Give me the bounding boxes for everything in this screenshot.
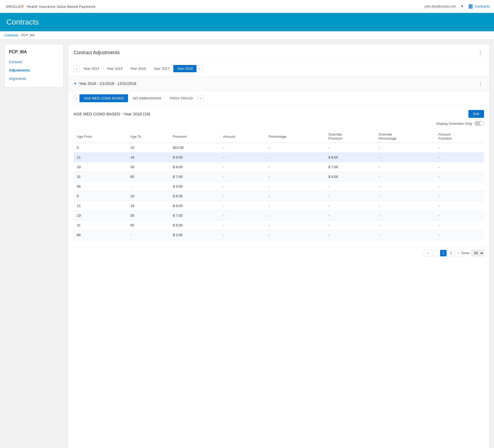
display-overrides-label: Display Overrides Only	[436, 122, 472, 126]
contracts-nav-btn[interactable]: Contracts	[468, 4, 490, 9]
cell-age-from: 66	[74, 230, 127, 240]
display-overrides-row: Display Overrides Only	[74, 121, 484, 126]
dim-tab-age-med-cond[interactable]: AGE MED COND BASED	[80, 94, 128, 102]
dim-prev-btn[interactable]: ‹	[74, 95, 80, 102]
cell-override-percentage: -	[375, 143, 435, 153]
col-amount-function: AmountFunction	[435, 130, 484, 143]
cell-override-premium: -	[325, 201, 375, 211]
table-row: 3165$ 6.00-----	[74, 220, 484, 230]
cell-percentage: -	[265, 191, 325, 201]
cell-premium: $ 8.00	[170, 162, 220, 172]
cell-override-percentage: -	[375, 153, 435, 162]
cell-percentage: -	[265, 153, 325, 162]
cell-premium: $ 9.00	[170, 153, 220, 162]
cell-amount: -	[220, 191, 265, 201]
cell-override-premium: -	[325, 211, 375, 220]
cell-percentage: -	[265, 143, 325, 153]
cell-override-premium: $ 6.00	[325, 172, 375, 182]
cell-age-to: 65	[127, 172, 170, 182]
cell-amount: -	[220, 172, 265, 182]
cell-age-to: 10	[127, 191, 170, 201]
table-row: 010$ 9.00-----	[74, 191, 484, 201]
cell-age-from: 66	[74, 182, 127, 191]
pagination-row: ≪ ‹ 1 2 › Show 10 25 50	[68, 246, 489, 260]
breadcrumb: Contracts - PCP_MA	[0, 31, 494, 40]
cell-amount-function: -	[435, 211, 484, 220]
col-premium: Premium	[170, 130, 220, 143]
section-header: Contract Adjustments ⋮	[68, 44, 489, 61]
cell-amount-function: -	[435, 191, 484, 201]
year-tab-2016[interactable]: Year 2016	[126, 65, 150, 72]
cell-premium: $ 6.00	[170, 220, 220, 230]
dim-tabs: ‹ AGE MED COND BASED NO DIMENSIONS PROV …	[68, 91, 489, 106]
table-section: AGE MED COND BASED - Year 2018 (18) Edit…	[68, 106, 489, 244]
page-prev-btn[interactable]: ‹	[433, 250, 439, 256]
cell-amount-function: -	[435, 153, 484, 162]
col-override-percentage: OverridePercentage	[375, 130, 435, 143]
year-tab-2018[interactable]: Year 2018	[173, 65, 197, 72]
user-dropdown-icon[interactable]: ▼	[460, 4, 464, 8]
cell-percentage: -	[265, 220, 325, 230]
cell-age-from: 0	[74, 191, 127, 201]
cell-amount: -	[220, 201, 265, 211]
top-nav: ORACLE® Health Insurance Value-Based Pay…	[0, 0, 494, 13]
cell-age-to: 10	[127, 143, 170, 153]
sidebar-item-alignments[interactable]: Alignments	[5, 74, 63, 83]
dim-tab-no-dimensions[interactable]: NO DIMENSIONS	[129, 95, 165, 102]
table-row: 010$10.00-----	[74, 143, 484, 153]
page-2-btn[interactable]: 2	[448, 250, 454, 256]
page-1-btn[interactable]: 1	[440, 250, 447, 256]
breadcrumb-parent[interactable]: Contracts	[4, 33, 18, 37]
cell-amount: -	[220, 143, 265, 153]
cell-amount-function: -	[435, 201, 484, 211]
cell-override-premium: $ 8.00	[325, 153, 375, 162]
col-amount: Amount	[220, 130, 265, 143]
sidebar-item-adjustments[interactable]: Adjustments	[5, 66, 63, 74]
cell-premium: $ 7.00	[170, 211, 220, 220]
cell-age-to: 30	[127, 211, 170, 220]
page-first-btn[interactable]: ≪	[424, 250, 432, 256]
nav-right: john.doe@oracle.com ▼ Contracts	[425, 4, 490, 9]
year-prev-btn[interactable]: ‹	[74, 65, 80, 72]
svg-rect-1	[470, 4, 471, 9]
cell-override-percentage: -	[375, 230, 435, 240]
year-section-kebab-icon[interactable]: ⋮	[477, 80, 484, 88]
col-age-to: Age To	[127, 130, 170, 143]
cell-premium: $10.00	[170, 143, 220, 153]
year-section-label[interactable]: ▼ Year 2018 - 1/1/2018 - 12/31/2018	[74, 81, 136, 86]
nav-left: ORACLE® Health Insurance Value-Based Pay…	[4, 4, 96, 9]
page-title: Contracts	[6, 18, 488, 26]
sidebar-item-contract[interactable]: Contract	[5, 58, 63, 66]
year-tab-2015[interactable]: Year 2015	[103, 65, 126, 72]
year-section-row: ▼ Year 2018 - 1/1/2018 - 12/31/2018 ⋮	[68, 76, 489, 91]
cell-override-premium: $ 7.00	[325, 162, 375, 172]
edit-button[interactable]: Edit	[468, 110, 484, 118]
cell-premium: $ 8.00	[170, 201, 220, 211]
page-next-btn[interactable]: ›	[455, 250, 461, 256]
year-tab-2014[interactable]: Year 2014	[80, 65, 103, 72]
year-next-btn[interactable]: ›	[196, 65, 202, 72]
table-row: 66-$ 2.00-----	[74, 230, 484, 240]
cell-override-premium: -	[325, 220, 375, 230]
cell-override-percentage: -	[375, 191, 435, 201]
cell-override-percentage: -	[375, 211, 435, 220]
data-table: Age From Age To Premium Amount Percentag…	[74, 130, 484, 240]
display-overrides-toggle[interactable]	[474, 121, 484, 126]
table-header-row: Age From Age To Premium Amount Percentag…	[74, 130, 484, 143]
contracts-icon	[468, 4, 474, 9]
year-tab-2017[interactable]: Year 2017	[150, 65, 173, 72]
show-select[interactable]: 10 25 50	[471, 250, 484, 256]
user-email: john.doe@oracle.com	[425, 5, 456, 8]
year-tabs: ‹ Year 2014 Year 2015 Year 2016 Year 201…	[68, 61, 489, 76]
section-kebab-icon[interactable]: ⋮	[477, 49, 484, 57]
show-label: Show	[461, 251, 469, 255]
cell-age-to: 30	[127, 162, 170, 172]
cell-amount: -	[220, 220, 265, 230]
dim-next-btn[interactable]: ›	[198, 95, 204, 102]
content-area: Contract Adjustments ⋮ ‹ Year 2014 Year …	[68, 44, 490, 448]
cell-amount: -	[220, 211, 265, 220]
pagination-controls: ≪ ‹ 1 2 ›	[424, 250, 461, 256]
collapse-icon: ▼	[74, 82, 77, 85]
dim-tab-prov-fraud[interactable]: PROV FRAUD	[166, 95, 196, 102]
cell-amount: -	[220, 182, 265, 191]
